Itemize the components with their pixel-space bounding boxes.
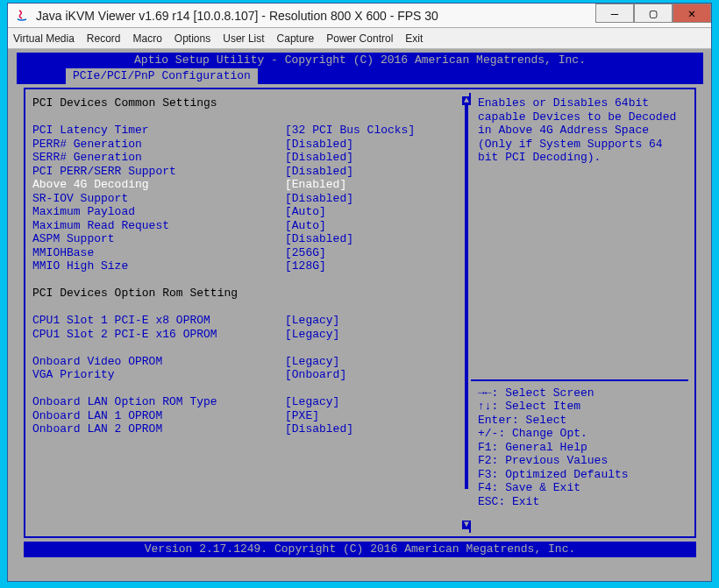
menu-macro[interactable]: Macro (133, 32, 162, 45)
setting-aspm-support[interactable]: ASPM Support[Disabled] (32, 232, 462, 246)
setting-perr-serr-support[interactable]: PCI PERR/SERR Support[Disabled] (32, 165, 462, 179)
setting-sriov-support[interactable]: SR-IOV Support[Disabled] (32, 192, 462, 206)
settings-scrollbar[interactable]: ▲ ▼ (462, 96, 471, 529)
setting-vga-priority[interactable]: VGA Priority[Onboard] (32, 368, 462, 382)
menu-options[interactable]: Options (174, 32, 210, 45)
setting-onboard-lan-rom-type[interactable]: Onboard LAN Option ROM Type[Legacy] (32, 395, 462, 409)
minimize-button[interactable]: — (595, 4, 634, 23)
setting-pci-latency[interactable]: PCI Latency Timer[32 PCI Bus Clocks] (32, 124, 462, 138)
key-hints: →←: Select Screen ↑↓: Select Item Enter:… (478, 386, 681, 509)
setting-serr-generation[interactable]: SERR# Generation[Disabled] (32, 151, 462, 165)
titlebar[interactable]: Java iKVM Viewer v1.69 r14 [10.0.8.107] … (8, 4, 711, 28)
close-button[interactable]: ✕ (673, 4, 711, 23)
bios-footer: Version 2.17.1249. Copyright (C) 2016 Am… (24, 542, 696, 557)
setting-onboard-lan2-oprom[interactable]: Onboard LAN 2 OPROM[Disabled] (32, 422, 462, 436)
bios-header: Aptio Setup Utility - Copyright (C) 2016… (17, 53, 703, 68)
window-title: Java iKVM Viewer v1.69 r14 [10.0.8.107] … (36, 9, 595, 23)
window-controls: — ▢ ✕ (595, 4, 711, 27)
setting-mmio-high-size[interactable]: MMIO High Size[128G] (32, 259, 462, 273)
kvm-window: Java iKVM Viewer v1.69 r14 [10.0.8.107] … (7, 3, 712, 582)
section-common-header: PCI Devices Common Settings (32, 96, 285, 110)
bios-tab-row: PCIe/PCI/PnP Configuration (17, 68, 703, 84)
setting-cpu1-slot2-oprom[interactable]: CPU1 Slot 2 PCI-E x16 OPROM[Legacy] (32, 328, 462, 342)
scroll-up-icon[interactable]: ▲ (462, 96, 471, 105)
menubar: Virtual Media Record Macro Options User … (8, 28, 711, 49)
bios-body: PCI Devices Common Settings PCI Latency … (24, 88, 696, 538)
menu-power-control[interactable]: Power Control (326, 32, 393, 45)
setting-max-read-request[interactable]: Maximum Read Request[Auto] (32, 219, 462, 233)
setting-max-payload[interactable]: Maximum Payload[Auto] (32, 205, 462, 219)
maximize-button[interactable]: ▢ (634, 4, 673, 23)
bios-tab-pci[interactable]: PCIe/PCI/PnP Configuration (66, 68, 258, 84)
menu-virtual-media[interactable]: Virtual Media (13, 32, 75, 45)
settings-pane: PCI Devices Common Settings PCI Latency … (25, 93, 469, 533)
menu-record[interactable]: Record (87, 32, 121, 45)
scroll-down-icon[interactable]: ▼ (462, 521, 471, 529)
setting-mmiohbase[interactable]: MMIOHBase[256G] (32, 246, 462, 260)
section-oprom-header: PCI Devices Option Rom Setting (32, 287, 285, 301)
bios-screen: Aptio Setup Utility - Copyright (C) 2016… (17, 53, 703, 577)
scrollbar-track[interactable] (465, 105, 468, 489)
setting-cpu1-slot1-oprom[interactable]: CPU1 Slot 1 PCI-E x8 OPROM[Legacy] (32, 314, 462, 328)
setting-perr-generation[interactable]: PERR# Generation[Disabled] (32, 138, 462, 152)
help-text: Enables or Disables 64bit capable Device… (478, 96, 681, 165)
setting-onboard-lan1-oprom[interactable]: Onboard LAN 1 OPROM[PXE] (32, 409, 462, 423)
help-pane: Enables or Disables 64bit capable Device… (469, 93, 688, 533)
help-separator (471, 379, 688, 381)
menu-exit[interactable]: Exit (405, 32, 423, 45)
setting-above-4g-decoding[interactable]: Above 4G Decoding[Enabled] (32, 178, 462, 192)
java-icon (13, 7, 31, 25)
setting-onboard-video-oprom[interactable]: Onboard Video OPROM[Legacy] (32, 355, 462, 369)
menu-capture[interactable]: Capture (277, 32, 315, 45)
menu-user-list[interactable]: User List (223, 32, 264, 45)
